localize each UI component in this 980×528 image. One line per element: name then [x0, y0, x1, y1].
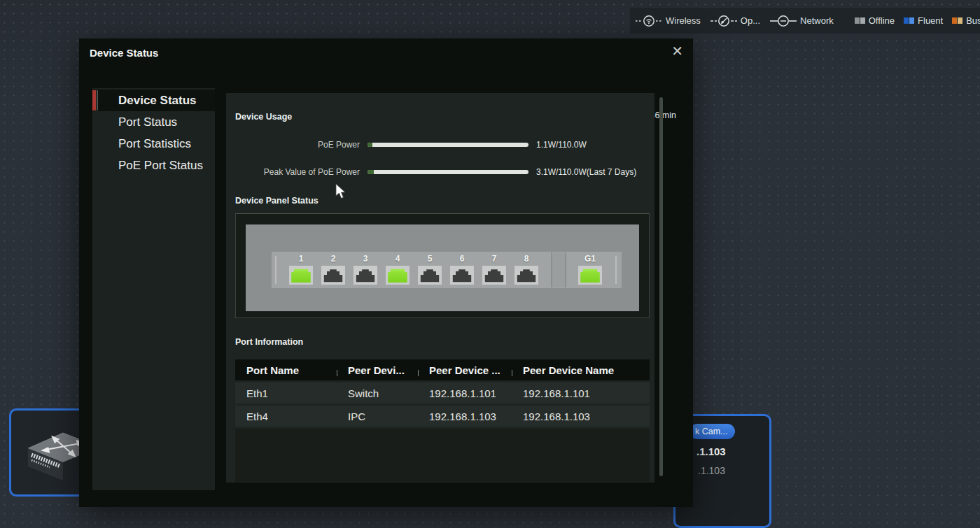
switch-faceplate: 12345678G1 [246, 224, 639, 311]
port-number-label: 2 [320, 253, 346, 265]
rj45-icon [355, 267, 376, 283]
device-status-dialog: Device Status ✕ Device 192.168.1.102 Run… [79, 38, 693, 507]
usage-row: Peak Value of PoE Power3.1W/110.0W(Last … [226, 166, 654, 178]
port-jack-active [289, 266, 313, 285]
close-icon[interactable]: ✕ [671, 43, 683, 59]
network-link-icon [770, 15, 797, 27]
rj45-icon [323, 267, 344, 283]
link-type-optical[interactable]: Op... [710, 15, 760, 27]
usage-value: 3.1W/110.0W(Last 7 Days) [536, 167, 636, 177]
status-legend-offline: Offline [855, 15, 895, 26]
rj45-icon [419, 267, 440, 283]
link-type-network[interactable]: Network [770, 15, 834, 27]
usage-progress-bar [368, 170, 528, 174]
port-8: 8 [513, 253, 540, 285]
dialog-sidebar: Device StatusPort StatusPort StatisticsP… [92, 88, 215, 490]
usage-row: PoE Power1.1W/110.0W [226, 139, 654, 150]
table-cell: Eth4 [235, 411, 337, 422]
rj45-icon [451, 267, 472, 283]
port-number-label: 5 [416, 253, 443, 265]
optical-link-icon [710, 15, 737, 27]
table-cell: Eth1 [235, 387, 337, 399]
sidebar-item-poe-port-status[interactable]: PoE Port Status [92, 155, 215, 176]
port-number-label: G1 [577, 253, 603, 265]
port-number-label: 4 [384, 253, 411, 265]
status-legend-label: Offline [869, 15, 895, 26]
usage-progress-fill [368, 143, 372, 147]
port-jack-inactive [418, 266, 442, 285]
table-cell: 192.168.1.101 [512, 387, 650, 399]
link-type-label: Wireless [666, 15, 701, 26]
port-information-table: Port NamePeer Devi...Peer Device ...Peer… [235, 359, 650, 482]
usage-label: Peak Value of PoE Power [226, 167, 360, 177]
rj45-icon [516, 267, 537, 283]
port-number-label: 8 [513, 253, 540, 265]
column-separator [337, 370, 337, 376]
port-3: 3 [352, 253, 379, 285]
table-empty-area [235, 429, 650, 482]
rj45-icon [290, 267, 312, 283]
table-header-row: Port NamePeer Devi...Peer Device ...Peer… [235, 359, 650, 380]
column-header-1: Port Name [235, 364, 337, 376]
status-legend-list: OfflineFluentBusyC [855, 15, 980, 26]
port-7: 7 [481, 253, 507, 285]
usage-progress-bar [368, 143, 528, 147]
table-body: Eth1Switch192.168.1.101192.168.1.101Eth4… [235, 383, 650, 427]
table-cell: IPC [337, 411, 418, 422]
table-row: Eth4IPC192.168.1.103192.168.1.103 [235, 406, 650, 427]
port-strip: 12345678G1 [272, 252, 622, 288]
port-number-label: 7 [481, 253, 507, 265]
camera-type-badge[interactable]: k Cam... [690, 424, 735, 439]
port-jack-inactive [482, 266, 506, 285]
port-G1: G1 [577, 253, 603, 285]
table-row: Eth1Switch192.168.1.101192.168.1.101 [235, 383, 650, 404]
camera-name: .1.103 [696, 445, 726, 457]
usage-value: 1.1W/110.0W [536, 140, 587, 150]
port-jack-inactive [354, 266, 377, 285]
dialog-title: Device Status [90, 47, 158, 59]
sidebar-item-port-status[interactable]: Port Status [92, 111, 215, 133]
status-legend-label: Fluent [918, 15, 943, 26]
port-number-label: 1 [288, 253, 314, 265]
table-cell: 192.168.1.103 [512, 411, 650, 422]
port-5: 5 [416, 253, 443, 285]
port-jack-active [386, 266, 410, 285]
usage-progress-fill [368, 170, 374, 174]
port-2: 2 [320, 253, 346, 285]
table-cell: Switch [337, 387, 418, 399]
usage-label: PoE Power [226, 140, 360, 150]
link-type-label: Op... [741, 15, 760, 26]
status-legend-label: Busy [966, 15, 980, 26]
status-color-chip [904, 17, 914, 24]
table-cell: 192.168.1.101 [418, 387, 512, 399]
port-4: 4 [384, 253, 411, 285]
device-usage-heading: Device Usage [235, 112, 292, 122]
rj45-icon [484, 267, 505, 283]
port-number-label: 3 [352, 253, 379, 265]
port-jack-inactive [450, 266, 474, 285]
device-panel-box: 12345678G1 [235, 213, 650, 318]
link-type-wireless[interactable]: Wireless [636, 15, 701, 27]
port-jack-active [578, 266, 602, 285]
sidebar-item-port-statistics[interactable]: Port Statistics [92, 133, 215, 155]
camera-ip: .1.103 [698, 465, 725, 476]
status-color-chip [855, 17, 865, 24]
topology-canvas: k Cam... .1.103 .1.103 WirelessOp...Netw… [0, 0, 980, 528]
legend-toolbar: WirelessOp...Network OfflineFluentBusyC [630, 8, 980, 34]
dialog-scrollbar[interactable] [659, 97, 663, 476]
device-panel-heading: Device Panel Status [235, 196, 318, 206]
column-header-4: Peer Device Name [512, 364, 650, 376]
dialog-content: Device Usage PoE Power1.1W/110.0WPeak Va… [226, 93, 654, 483]
status-color-chip [952, 17, 962, 24]
port-information-heading: Port Information [235, 337, 303, 347]
column-separator [512, 370, 512, 376]
port-jack-inactive [514, 266, 538, 285]
sidebar-item-device-status[interactable]: Device Status [92, 90, 215, 111]
link-type-list: WirelessOp...Network [636, 15, 844, 27]
port-number-label: 6 [449, 253, 475, 265]
link-type-label: Network [800, 15, 834, 26]
column-separator [418, 370, 419, 376]
rj45-icon [387, 267, 408, 283]
column-header-2: Peer Devi... [337, 364, 418, 376]
status-legend-fluent: Fluent [904, 15, 943, 26]
